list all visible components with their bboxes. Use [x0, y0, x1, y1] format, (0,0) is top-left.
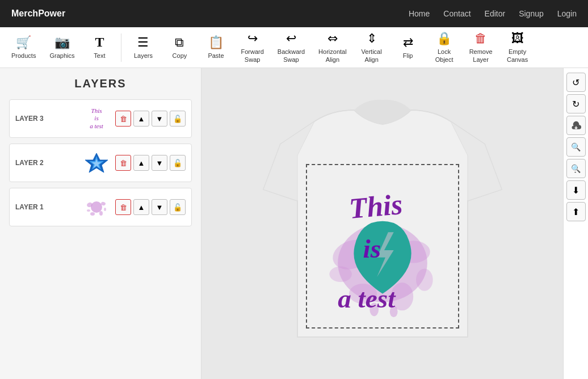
toolbar-layers-label: Layers	[134, 52, 153, 60]
toolbar-backward-swap-label: BackwardSwap	[278, 48, 305, 63]
layer2-name: LAYER 2	[15, 159, 78, 167]
svg-point-8	[87, 209, 90, 212]
layer3-delete-btn[interactable]: 🗑	[115, 111, 131, 127]
toolbar-layers[interactable]: ☰ Layers	[126, 32, 160, 63]
tshirt-wrapper: This is a test	[246, 76, 519, 371]
toolbar-forward-swap-label: ForwardSwap	[241, 48, 263, 63]
layer1-delete-btn[interactable]: 🗑	[115, 199, 131, 215]
layer3-down-btn[interactable]: ▼	[152, 111, 167, 127]
layer2-controls: 🗑 ▲ ▼ 🔓	[115, 155, 186, 171]
vertical-align-icon: ⇕	[367, 31, 377, 46]
toolbar-empty-canvas[interactable]: 🖼 EmptyCanvas	[501, 28, 535, 66]
remove-layer-icon: 🗑	[474, 31, 487, 46]
layers-icon: ☰	[137, 35, 149, 50]
zoom-out-button[interactable]: 🔍-	[566, 159, 586, 178]
toolbar-paste[interactable]: 📋 Paste	[199, 32, 233, 63]
cart-icon: 🛒	[16, 35, 31, 50]
layer3-up-btn[interactable]: ▲	[133, 111, 149, 127]
toolbar-products-label: Products	[11, 52, 36, 60]
layer1-up-btn[interactable]: ▲	[133, 199, 149, 215]
toolbar-flip-label: Flip	[403, 52, 413, 60]
layer3-lock-btn[interactable]: 🔓	[170, 111, 186, 127]
layer-row-3: LAYER 3 Thisisa test 🗑 ▲ ▼ 🔓	[9, 99, 192, 138]
layer2-up-btn[interactable]: ▲	[133, 155, 149, 171]
layers-panel: LAYERS LAYER 3 Thisisa test 🗑 ▲ ▼ 🔓 LAYE…	[0, 68, 201, 379]
toolbar-remove-layer[interactable]: 🗑 RemoveLayer	[464, 28, 498, 66]
toolbar-products[interactable]: 🛒 Products	[6, 32, 41, 63]
main-area: LAYERS LAYER 3 Thisisa test 🗑 ▲ ▼ 🔓 LAYE…	[0, 68, 588, 379]
toolbar-copy[interactable]: ⧉ Copy	[162, 32, 196, 63]
layer1-down-btn[interactable]: ▼	[152, 199, 167, 215]
redo-button[interactable]: ↻	[566, 94, 586, 113]
toolbar-horizontal-align-label: HorizontalAlign	[318, 48, 347, 63]
canvas-area[interactable]: This is a test	[201, 68, 563, 379]
layer-row-2: LAYER 2 🗑 ▲ ▼ 🔓	[9, 144, 192, 182]
nav-contact[interactable]: Contact	[443, 9, 471, 18]
toolbar-text-label: Text	[94, 52, 105, 60]
layer2-preview	[82, 149, 111, 177]
lock-icon: 🔒	[436, 31, 452, 46]
upload-button[interactable]: ⬆	[566, 202, 586, 221]
svg-point-3	[91, 201, 102, 213]
nav-editor[interactable]: Editor	[485, 9, 506, 18]
layer2-delete-btn[interactable]: 🗑	[115, 155, 131, 171]
nav-home[interactable]: Home	[409, 9, 430, 18]
divider-1	[121, 33, 121, 62]
layer2-down-btn[interactable]: ▼	[152, 155, 167, 171]
svg-text:This: This	[347, 188, 404, 225]
toolbar-flip[interactable]: ⇄ Flip	[391, 32, 425, 63]
svg-point-16	[416, 268, 433, 290]
paste-icon: 📋	[208, 35, 224, 50]
layer3-preview: Thisisa test	[82, 104, 111, 133]
toolbar-forward-swap[interactable]: ↪ ForwardSwap	[235, 28, 269, 66]
svg-text:a test: a test	[338, 284, 396, 313]
layer2-preview-svg	[85, 151, 108, 174]
toolbar-backward-swap[interactable]: ↩ BackwardSwap	[272, 28, 310, 66]
layer3-name: LAYER 3	[15, 115, 78, 123]
layer1-lock-btn[interactable]: 🔓	[170, 199, 186, 215]
forward-swap-icon: ↪	[247, 31, 258, 46]
layer3-controls: 🗑 ▲ ▼ 🔓	[115, 111, 186, 127]
svg-text:is: is	[363, 234, 381, 263]
toolbar-horizontal-align[interactable]: ⇔ HorizontalAlign	[313, 28, 352, 66]
svg-point-9	[104, 208, 106, 211]
toolbar-lock-object[interactable]: 🔒 LockObject	[427, 28, 461, 66]
toolbar-copy-label: Copy	[173, 52, 187, 60]
layers-title: LAYERS	[9, 77, 192, 90]
nav-signup[interactable]: Signup	[519, 9, 544, 18]
undo-button[interactable]: ↺	[566, 73, 586, 92]
toolbar-paste-label: Paste	[208, 52, 224, 60]
download-button[interactable]: ⬇	[566, 180, 586, 200]
layer2-lock-btn[interactable]: 🔓	[170, 155, 186, 171]
layer1-preview	[82, 193, 111, 221]
layer1-controls: 🗑 ▲ ▼ 🔓	[115, 199, 186, 215]
brand-logo: MerchPower	[11, 9, 65, 19]
backward-swap-icon: ↩	[286, 31, 296, 46]
save-cloud-button[interactable]	[566, 116, 586, 135]
zoom-in-button[interactable]: 🔍	[566, 137, 586, 157]
design-svg: This is a test	[307, 164, 458, 329]
toolbar-remove-layer-label: RemoveLayer	[469, 48, 493, 63]
horizontal-align-icon: ⇔	[327, 31, 338, 46]
toolbar-lock-label: LockObject	[435, 48, 453, 63]
layer3-preview-text: Thisisa test	[90, 107, 103, 130]
toolbar-empty-canvas-label: EmptyCanvas	[507, 48, 528, 63]
svg-point-6	[90, 212, 95, 216]
text-icon: T	[95, 35, 104, 50]
empty-canvas-icon: 🖼	[511, 31, 524, 46]
toolbar-vertical-align[interactable]: ⇕ VerticalAlign	[355, 28, 389, 66]
svg-point-7	[99, 211, 103, 216]
toolbar-vertical-align-label: VerticalAlign	[362, 48, 382, 63]
toolbar-graphics[interactable]: 📷 Graphics	[44, 32, 80, 63]
nav-login[interactable]: Login	[557, 9, 577, 18]
toolbar-text[interactable]: T Text	[82, 31, 116, 63]
design-overlay[interactable]: This is a test	[306, 164, 459, 329]
toolbar: 🛒 Products 📷 Graphics T Text ☰ Layers ⧉ …	[0, 27, 588, 68]
copy-icon: ⧉	[175, 35, 184, 50]
layer-row-1: LAYER 1 🗑 ▲ ▼ 🔓	[9, 188, 192, 226]
flip-icon: ⇄	[403, 35, 413, 50]
cloud-download-icon	[571, 120, 581, 130]
layer1-name: LAYER 1	[15, 203, 78, 211]
svg-point-15	[329, 266, 351, 282]
toolbar-graphics-label: Graphics	[49, 52, 74, 60]
